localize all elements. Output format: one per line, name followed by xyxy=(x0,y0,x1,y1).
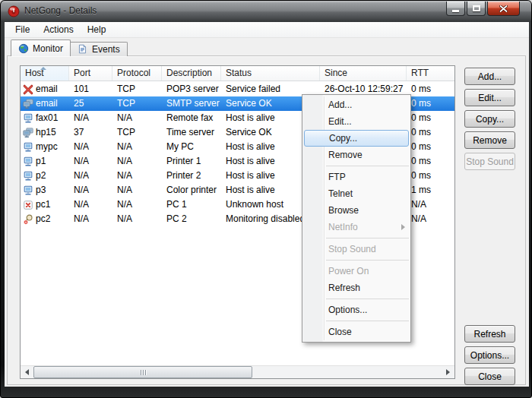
service-failed-icon xyxy=(23,84,33,95)
close-button[interactable]: Close xyxy=(464,368,515,385)
cell-description: Remote fax xyxy=(162,111,221,125)
menu-item-edit[interactable]: Edit... xyxy=(302,113,410,130)
refresh-button[interactable]: Refresh xyxy=(464,325,515,343)
cell-host: mypc xyxy=(21,140,69,154)
cell-port: N/A xyxy=(69,183,112,197)
computer-icon xyxy=(23,185,33,196)
cell-host: pc2 xyxy=(21,212,69,226)
column-header-rtt[interactable]: RTT xyxy=(407,66,454,81)
cell-protocol: TCP xyxy=(112,96,162,111)
cell-host: pc1 xyxy=(21,197,69,212)
cell-port: N/A xyxy=(69,154,112,169)
scroll-left-button[interactable] xyxy=(21,366,33,378)
document-icon xyxy=(78,44,88,55)
close-icon xyxy=(499,5,508,12)
context-menu: Add...Edit...Copy...RemoveFTPTelnetBrows… xyxy=(302,94,411,343)
menu-item-ftp[interactable]: FTP xyxy=(302,169,410,185)
netgong-icon xyxy=(8,5,20,17)
menu-help[interactable]: Help xyxy=(81,22,113,37)
menu-actions[interactable]: Actions xyxy=(36,22,80,37)
grip-icon xyxy=(141,370,141,375)
scrollbar-thumb[interactable] xyxy=(33,366,252,378)
globe-icon xyxy=(18,43,29,54)
cell-rtt: 0 ms xyxy=(407,82,454,96)
cell-host: hp15 xyxy=(21,125,69,140)
cell-host: p2 xyxy=(21,169,69,183)
menu-item-close[interactable]: Close xyxy=(302,324,410,340)
cell-rtt: N/A xyxy=(407,197,454,212)
cell-port: 25 xyxy=(69,96,112,111)
cell-host: fax01 xyxy=(21,111,69,125)
computer-icon xyxy=(23,171,33,182)
cell-protocol: N/A xyxy=(112,197,162,212)
titlebar[interactable]: NetGong - Details xyxy=(1,1,532,22)
host-name: mypc xyxy=(36,140,58,154)
scrollbar-track[interactable] xyxy=(33,366,442,378)
maximize-button[interactable] xyxy=(467,2,486,16)
submenu-arrow-icon xyxy=(401,224,405,230)
menu-item-copy[interactable]: Copy... xyxy=(304,130,409,147)
minimize-button[interactable] xyxy=(446,2,465,16)
window-title: NetGong - Details xyxy=(24,1,97,21)
side-button-column: Add...Edit...Copy...RemoveStop Sound xyxy=(464,68,515,170)
table-header: Host Port Protocol Description Status Si… xyxy=(21,66,454,81)
cell-description: Color printer xyxy=(162,183,221,197)
cell-port: 37 xyxy=(69,125,112,140)
cell-port: 101 xyxy=(69,82,112,96)
cell-protocol: N/A xyxy=(112,111,162,125)
add-button[interactable]: Add... xyxy=(464,68,515,85)
host-name: fax01 xyxy=(36,111,58,125)
cell-host: p3 xyxy=(21,183,69,197)
column-header-port[interactable]: Port xyxy=(69,66,112,81)
copy-button[interactable]: Copy... xyxy=(464,110,515,128)
menu-item-options[interactable]: Options... xyxy=(302,302,410,318)
bottom-button-column: RefreshOptions...Close xyxy=(464,325,515,385)
tab-events[interactable]: Events xyxy=(71,42,128,56)
column-header-protocol[interactable]: Protocol xyxy=(112,66,162,81)
column-header-host[interactable]: Host xyxy=(21,66,69,81)
cell-port: N/A xyxy=(69,169,112,183)
cell-description: My PC xyxy=(162,140,221,154)
host-name: p3 xyxy=(36,183,46,197)
menu-separator xyxy=(326,321,409,321)
menu-separator xyxy=(326,166,409,166)
host-name: pc1 xyxy=(36,197,50,212)
edit-button[interactable]: Edit... xyxy=(464,89,515,106)
menu-file[interactable]: File xyxy=(8,22,36,37)
horizontal-scrollbar[interactable] xyxy=(21,365,454,378)
menu-item-add[interactable]: Add... xyxy=(302,96,410,113)
menu-item-browse[interactable]: Browse xyxy=(302,202,410,219)
close-button[interactable] xyxy=(487,2,520,16)
cell-protocol: N/A xyxy=(112,183,162,197)
cell-description: PC 1 xyxy=(162,197,221,212)
computer-icon xyxy=(23,113,33,124)
cell-rtt: 0 ms xyxy=(407,154,454,169)
menu-item-remove[interactable]: Remove xyxy=(302,147,410,163)
column-header-since[interactable]: Since xyxy=(320,66,407,81)
menu-separator xyxy=(326,260,409,261)
tab-monitor-label: Monitor xyxy=(33,43,63,54)
app-window: NetGong - Details File Actions Help xyxy=(0,0,532,398)
cell-host: email xyxy=(21,96,69,111)
unknown-host-icon xyxy=(23,200,33,210)
cell-rtt: 0 ms xyxy=(407,169,454,183)
cell-description: Time server xyxy=(162,125,221,140)
remove-button[interactable]: Remove xyxy=(464,131,515,149)
tab-monitor[interactable]: Monitor xyxy=(11,39,71,56)
scroll-right-button[interactable] xyxy=(442,366,454,378)
menu-item-telnet[interactable]: Telnet xyxy=(302,185,410,202)
maximize-icon xyxy=(473,5,480,11)
monitoring-disabled-icon xyxy=(23,214,33,225)
cell-protocol: N/A xyxy=(112,169,162,183)
arrow-right-icon xyxy=(446,369,450,375)
menu-item-refresh[interactable]: Refresh xyxy=(302,280,410,296)
host-name: p2 xyxy=(36,169,46,183)
column-header-status[interactable]: Status xyxy=(221,66,320,81)
cell-rtt: 0 ms xyxy=(407,96,454,111)
options-button[interactable]: Options... xyxy=(464,346,515,364)
arrow-left-icon xyxy=(25,369,29,375)
column-header-description[interactable]: Description xyxy=(162,66,221,81)
host-name: email xyxy=(36,82,58,96)
menu-item-power-on: Power On xyxy=(302,263,410,280)
menu-separator xyxy=(326,298,409,299)
